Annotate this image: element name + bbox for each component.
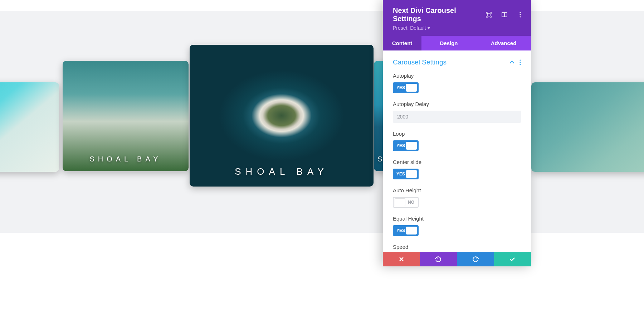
carousel: HOAL BAY SHOAL BAY SH SHOAL BAY xyxy=(0,11,644,233)
toggle-knob xyxy=(406,170,417,178)
undo-icon xyxy=(435,256,441,262)
toggle-state: YES xyxy=(396,85,405,90)
autoplay-toggle[interactable]: YES xyxy=(393,82,419,93)
field-label: Loop xyxy=(393,131,521,137)
toggle-state: YES xyxy=(396,171,405,177)
slide-label: SHOAL BAY xyxy=(190,166,374,177)
field-label: Autoplay Delay xyxy=(393,101,521,107)
loop-toggle[interactable]: YES xyxy=(393,140,419,151)
field-label: Center slide xyxy=(393,159,521,165)
panel-header[interactable]: Next Divi Carousel Settings xyxy=(383,0,531,36)
redo-icon xyxy=(472,256,479,262)
carousel-slide[interactable]: HOAL BAY xyxy=(0,82,59,172)
chevron-up-icon[interactable] xyxy=(509,61,514,64)
toggle-knob xyxy=(406,84,417,92)
save-button[interactable] xyxy=(494,252,531,266)
field-autoplay: Autoplay YES xyxy=(393,73,521,93)
equal-height-toggle[interactable]: YES xyxy=(393,225,419,236)
section-header[interactable]: Carousel Settings xyxy=(393,58,521,66)
field-speed: Speed xyxy=(393,244,521,250)
toggle-knob xyxy=(395,198,405,206)
svg-point-3 xyxy=(519,12,521,13)
more-vertical-icon[interactable] xyxy=(517,12,523,18)
center-slide-toggle[interactable]: YES xyxy=(393,169,419,179)
carousel-preview-area: HOAL BAY SHOAL BAY SH SHOAL BAY xyxy=(0,11,644,233)
chevron-down-icon: ▾ xyxy=(428,25,430,31)
toggle-knob xyxy=(406,142,417,150)
svg-point-8 xyxy=(519,64,521,65)
tab-design[interactable]: Design xyxy=(421,36,476,50)
panel-footer xyxy=(383,252,531,266)
carousel-slide[interactable] xyxy=(531,82,644,172)
preset-label: Preset: xyxy=(393,25,409,31)
preset-value: Default xyxy=(410,25,426,31)
toggle-knob xyxy=(406,227,417,235)
preset-selector[interactable]: Preset: Default ▾ xyxy=(393,25,523,31)
field-label: Equal Height xyxy=(393,216,521,222)
panel-title: Next Divi Carousel Settings xyxy=(393,6,486,23)
field-label: Autoplay xyxy=(393,73,521,79)
undo-button[interactable] xyxy=(420,252,457,266)
check-icon xyxy=(509,257,515,261)
slide-label: HOAL BAY xyxy=(0,160,59,165)
panel-tabs: Content Design Advanced xyxy=(383,36,531,50)
svg-point-4 xyxy=(519,14,521,15)
field-label: Speed xyxy=(393,244,521,250)
carousel-slide-center[interactable]: SHOAL BAY xyxy=(190,45,374,187)
panel-body: Carousel Settings Autoplay YES xyxy=(383,50,531,252)
tab-advanced[interactable]: Advanced xyxy=(476,36,531,50)
toggle-state: YES xyxy=(396,143,405,148)
expand-icon[interactable] xyxy=(486,12,492,18)
field-equal-height: Equal Height YES xyxy=(393,216,521,236)
field-label: Auto Height xyxy=(393,187,521,193)
auto-height-toggle[interactable]: NO xyxy=(393,197,419,208)
autoplay-delay-input[interactable] xyxy=(393,111,521,123)
field-center-slide: Center slide YES xyxy=(393,159,521,179)
snap-icon[interactable] xyxy=(502,12,507,18)
svg-point-5 xyxy=(519,16,521,17)
cancel-button[interactable] xyxy=(383,252,420,266)
svg-point-6 xyxy=(519,59,521,61)
more-vertical-icon[interactable] xyxy=(519,59,521,65)
field-auto-height: Auto Height NO xyxy=(393,187,521,208)
svg-point-7 xyxy=(519,62,521,63)
svg-rect-0 xyxy=(487,13,490,16)
slide-label: SHOAL BAY xyxy=(63,155,189,163)
section-title: Carousel Settings xyxy=(393,58,447,66)
field-loop: Loop YES xyxy=(393,131,521,151)
tab-content[interactable]: Content xyxy=(383,36,421,50)
carousel-slide[interactable]: SHOAL BAY xyxy=(63,61,189,171)
toggle-state: YES xyxy=(396,228,405,233)
settings-panel: Next Divi Carousel Settings xyxy=(383,0,531,266)
close-icon xyxy=(399,257,404,262)
toggle-state: NO xyxy=(408,200,414,205)
redo-button[interactable] xyxy=(457,252,494,266)
field-autoplay-delay: Autoplay Delay xyxy=(393,101,521,123)
